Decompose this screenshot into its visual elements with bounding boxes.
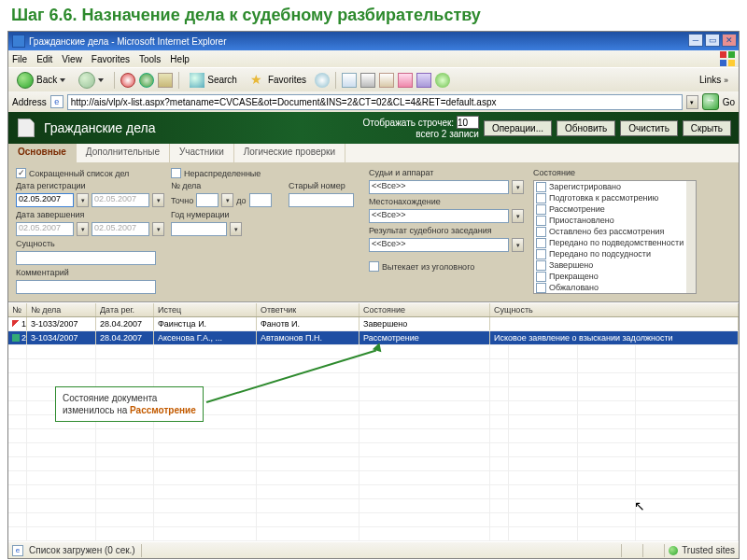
col-plaintiff[interactable]: Истец [154, 303, 257, 316]
judges-select[interactable]: <<Все>> [369, 180, 509, 194]
date-end-to[interactable]: 02.05.2007 [92, 222, 149, 236]
history-icon[interactable] [315, 73, 330, 88]
rows-input[interactable] [457, 116, 479, 129]
state-checkbox[interactable] [536, 227, 546, 237]
address-dropdown[interactable]: ▾ [686, 95, 698, 109]
state-option[interactable]: Оставлено без рассмотрения [534, 226, 686, 237]
state-option[interactable]: Обжаловано [534, 282, 686, 293]
col-case-no[interactable]: № дела [27, 303, 96, 316]
chk-criminal[interactable] [369, 261, 379, 272]
menu-file[interactable]: File [12, 54, 27, 64]
refresh-icon[interactable] [139, 73, 154, 88]
result-select[interactable]: <<Все>> [369, 238, 509, 252]
ie-favicon [12, 35, 25, 48]
search-button[interactable]: Search [185, 70, 242, 91]
year-input[interactable] [171, 222, 227, 236]
scrollbar[interactable] [686, 181, 696, 293]
date-reg-to-dd[interactable]: ▾ [152, 193, 164, 207]
grid-header: № № дела Дата рег. Истец Ответчик Состоя… [8, 302, 739, 317]
links-button[interactable]: Links » [695, 72, 733, 88]
essence-input[interactable] [16, 251, 156, 265]
status-page-icon: e [12, 545, 23, 556]
location-dd[interactable]: ▾ [512, 209, 524, 223]
clear-button[interactable]: Очистить [620, 120, 678, 136]
menu-tools[interactable]: Tools [139, 54, 161, 64]
state-checkbox[interactable] [536, 204, 546, 215]
state-listbox[interactable]: ЗарегистрированоПодготовка к рассмотрени… [533, 180, 697, 294]
menu-edit[interactable]: Edit [36, 54, 52, 64]
close-button[interactable]: ✕ [722, 34, 737, 47]
discuss-icon[interactable] [398, 73, 413, 88]
back-button[interactable]: Back [12, 69, 70, 91]
forward-button[interactable] [74, 69, 108, 91]
state-checkbox[interactable] [536, 283, 546, 293]
state-option[interactable]: Завершено [534, 259, 686, 271]
date-end-from-dd[interactable]: ▾ [77, 222, 89, 236]
address-label: Address [12, 97, 47, 107]
state-option[interactable]: Передано по подведомственности [534, 237, 686, 248]
date-reg-to[interactable]: 02.05.2007 [92, 193, 149, 207]
research-icon[interactable] [416, 73, 431, 88]
tab-main[interactable]: Основные [8, 144, 77, 162]
minimize-button[interactable]: ─ [688, 34, 703, 47]
operations-button[interactable]: Операции... [484, 120, 552, 136]
result-dd[interactable]: ▾ [512, 238, 524, 252]
tab-participants[interactable]: Участники [170, 144, 234, 162]
date-reg-from-dd[interactable]: ▾ [77, 193, 89, 207]
col-defendant[interactable]: Ответчик [257, 303, 359, 316]
menu-help[interactable]: Help [170, 54, 190, 64]
state-checkbox[interactable] [536, 249, 546, 259]
state-checkbox[interactable] [536, 193, 546, 203]
mail-icon[interactable] [342, 73, 357, 88]
chk-unassigned[interactable] [171, 168, 181, 178]
state-option[interactable]: Подготовка к рассмотрению [534, 192, 686, 203]
col-num[interactable]: № [8, 303, 27, 316]
state-option[interactable]: Зарегистрировано [534, 181, 686, 192]
search-icon [190, 73, 204, 88]
case-no-exact-dd[interactable]: ▾ [221, 193, 233, 207]
judges-dd[interactable]: ▾ [512, 180, 524, 194]
tab-additional[interactable]: Дополнительные [77, 144, 170, 162]
state-option[interactable]: Передано по подсудности [534, 248, 686, 259]
date-reg-from[interactable]: 02.05.2007 [16, 193, 74, 207]
state-checkbox[interactable] [536, 216, 546, 226]
go-button[interactable] [702, 93, 719, 110]
page-icon: e [50, 95, 63, 108]
edit-icon[interactable] [379, 73, 394, 88]
state-option[interactable]: Прекращено [534, 271, 686, 282]
address-input[interactable] [67, 94, 683, 110]
hide-button[interactable]: Скрыть [683, 120, 731, 136]
table-row[interactable]: 1 3-1033/2007 28.04.2007 Фаинстца И. Фан… [8, 317, 739, 331]
ie-window: Гражданские дела - Microsoft Internet Ex… [7, 31, 740, 559]
state-checkbox[interactable] [536, 272, 546, 282]
date-end-from[interactable]: 02.05.2007 [16, 222, 74, 236]
case-no-exact[interactable] [196, 193, 218, 207]
state-option[interactable]: Рассмотрение [534, 203, 686, 215]
maximize-button[interactable]: ▭ [705, 34, 720, 47]
old-no-input[interactable] [289, 193, 354, 207]
date-end-to-dd[interactable]: ▾ [152, 222, 164, 236]
col-essence[interactable]: Сущность [490, 303, 739, 316]
print-icon[interactable] [360, 73, 375, 88]
chk-short-list[interactable] [16, 168, 26, 178]
messenger-icon[interactable] [435, 73, 450, 88]
tab-logic[interactable]: Логические проверки [234, 144, 345, 162]
location-select[interactable]: <<Все>> [369, 209, 509, 223]
comment-input[interactable] [16, 280, 156, 294]
window-title: Гражданские дела - Microsoft Internet Ex… [29, 36, 227, 47]
case-no-to[interactable] [249, 193, 272, 207]
menu-view[interactable]: View [62, 54, 82, 64]
stop-icon[interactable] [120, 73, 135, 88]
state-checkbox[interactable] [536, 260, 546, 271]
refresh-button[interactable]: Обновить [557, 120, 615, 136]
menu-favorites[interactable]: Favorites [92, 54, 130, 64]
col-state[interactable]: Состояние [359, 303, 490, 316]
col-date[interactable]: Дата рег. [96, 303, 154, 316]
tab-bar: Основные Дополнительные Участники Логиче… [8, 144, 739, 162]
favorites-button[interactable]: ★Favorites [246, 70, 311, 91]
home-icon[interactable] [158, 73, 173, 88]
year-dd[interactable]: ▾ [230, 222, 242, 236]
state-checkbox[interactable] [536, 238, 546, 248]
state-option[interactable]: Приостановлено [534, 215, 686, 226]
state-checkbox[interactable] [536, 182, 546, 192]
